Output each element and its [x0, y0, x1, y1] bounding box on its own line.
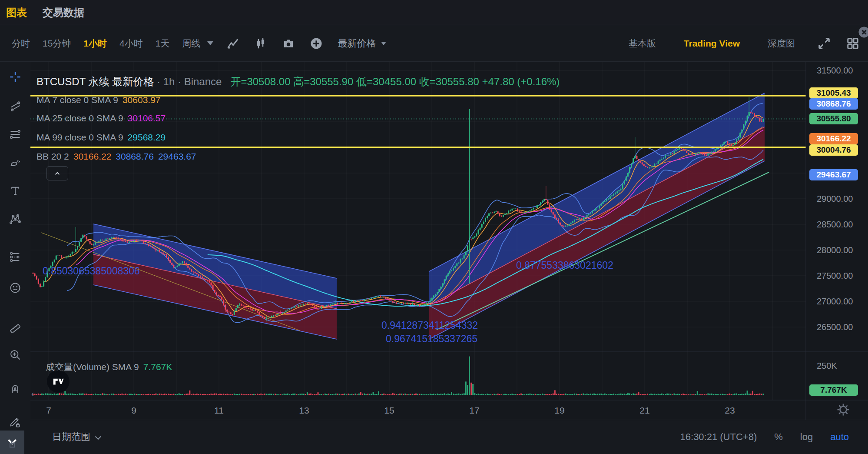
price-badge: 30555.80 — [809, 113, 858, 124]
indicator-label: MA 25 close 0 SMA 9 — [36, 113, 123, 123]
indicator-label: MA 99 close 0 SMA 9 — [36, 132, 123, 142]
indicator-row[interactable]: MA 7 close 0 SMA 930603.97 — [36, 95, 161, 105]
price-badge: 30166.22 — [809, 133, 858, 144]
indicator-label: MA 7 close 0 SMA 9 — [36, 95, 118, 105]
indicator-row[interactable]: MA 99 close 0 SMA 929568.29 — [36, 132, 166, 143]
tradingview-logo[interactable] — [47, 370, 70, 393]
time-axis-label: 11 — [214, 405, 224, 416]
forecast-icon[interactable] — [9, 251, 21, 263]
view-tab-basic[interactable]: 基本版 — [629, 37, 656, 50]
price-badge: 29463.67 — [809, 169, 858, 180]
price-axis-label: 28000.00 — [817, 245, 853, 255]
symbol-header: BTCUSDT 永续 最新价格 · 1h · Binance 开=30508.0… — [36, 75, 560, 89]
trading-app: 图表 交易数据 分时 15分钟 1小时 4小时 1天 周线 — [0, 0, 868, 454]
price-axis-label: 31500.00 — [817, 66, 853, 76]
collapse-indicators-button[interactable] — [46, 166, 68, 180]
chevron-down-icon — [95, 434, 101, 440]
view-tab-tradingview[interactable]: Trading View — [684, 38, 740, 49]
collapse-volume-arrow[interactable]: ‹ — [31, 389, 34, 399]
time-axis-label: 15 — [384, 405, 394, 416]
price-axis-label: 28500.00 — [817, 220, 853, 230]
indicator-value: 30106.57 — [128, 113, 166, 123]
log-scale-toggle[interactable]: log — [800, 431, 813, 443]
interval-1d[interactable]: 1天 — [156, 37, 170, 50]
time-axis-label: 21 — [639, 405, 649, 416]
indicator-value: 30868.76 — [116, 151, 154, 161]
grid-layout-icon[interactable] — [846, 37, 859, 50]
price-mode-selector[interactable]: 最新价格 — [338, 37, 376, 50]
fullscreen-icon[interactable] — [818, 37, 831, 50]
interval-dropdown-caret-icon[interactable] — [207, 41, 213, 45]
fib-value-annotation: 0.967415185337265 — [386, 333, 477, 345]
volume-sma-value: 7.767K — [143, 362, 172, 372]
fib-value-annotation: 0.9412873411254332 — [381, 320, 478, 331]
price-axis-label: 26500.00 — [817, 322, 853, 332]
date-range-selector[interactable]: 日期范围 — [52, 431, 99, 444]
toolbar-right-group: 基本版 Trading View 深度图 — [601, 37, 868, 50]
auto-scale-toggle[interactable]: auto — [830, 431, 849, 443]
interval-1w[interactable]: 周线 — [182, 37, 200, 50]
plus-circle-icon[interactable] — [310, 37, 323, 50]
price-badge: 30004.76 — [809, 144, 858, 156]
close-panel-icon[interactable] — [858, 26, 868, 39]
time-axis-label: 19 — [554, 405, 564, 416]
ohlc-values: 开=30508.00 高=30555.90 低=30455.00 收=30555… — [230, 76, 560, 87]
zoom-in-icon[interactable] — [9, 349, 21, 361]
tab-chart[interactable]: 图表 — [6, 6, 27, 20]
interval-4h[interactable]: 4小时 — [119, 37, 143, 50]
draw-lock-icon[interactable] — [9, 415, 21, 427]
indicator-value: 29463.67 — [158, 151, 196, 161]
indicator-row[interactable]: MA 25 close 0 SMA 930106.57 — [36, 113, 166, 124]
xabcd-pattern-icon[interactable] — [9, 213, 21, 225]
price-badge: 31005.43 — [809, 87, 858, 99]
volume-badge: 7.767K — [809, 384, 858, 396]
candlestick-icon[interactable] — [254, 37, 267, 50]
toolbar-left-group: 分时 15分钟 1小时 4小时 1天 周线 — [0, 37, 386, 50]
ruler-icon[interactable] — [9, 320, 21, 333]
price-axis-label: 27000.00 — [817, 297, 853, 307]
indicator-label: BB 20 2 — [36, 151, 69, 161]
top-tab-bar: 图表 交易数据 — [0, 0, 868, 25]
time-axis-label: 7 — [46, 405, 51, 416]
fib-value-annotation: 0.8503065385008306 — [43, 265, 140, 277]
line-chart-icon[interactable] — [226, 37, 239, 50]
hide-drawing-toolbar-button[interactable] — [0, 431, 24, 454]
tv-logo-glyph — [52, 375, 65, 388]
tab-trading-data[interactable]: 交易数据 — [43, 6, 84, 20]
chart-toolbar: 分时 15分钟 1小时 4小时 1天 周线 — [0, 25, 868, 62]
magnet-icon[interactable] — [9, 383, 21, 395]
time-axis-label: 9 — [131, 405, 136, 416]
emoji-icon[interactable] — [9, 282, 21, 294]
indicator-value: 30603.97 — [123, 95, 161, 105]
indicator-row[interactable]: BB 20 230166.2230868.7629463.67 — [36, 151, 196, 162]
interval-minute[interactable]: 分时 — [12, 37, 30, 50]
price-axis-label: 27500.00 — [817, 271, 853, 281]
bottom-bar-right: 16:30:21 (UTC+8) % log auto — [680, 431, 849, 443]
axis-settings-gear-icon[interactable] — [835, 402, 851, 417]
fib-value-annotation: 0.8775533863021602 — [516, 260, 613, 271]
volume-axis-label: 250K — [817, 361, 837, 371]
time-axis-label: 13 — [299, 405, 309, 416]
brush-icon[interactable] — [9, 157, 21, 169]
text-tool-icon[interactable] — [9, 185, 21, 197]
indicator-value: 30166.22 — [73, 151, 112, 161]
time-axis-label: 23 — [725, 405, 735, 416]
symbol-name: BTCUSDT 永续 最新价格 — [36, 76, 154, 87]
interval-1h[interactable]: 1小时 — [83, 37, 107, 50]
price-mode-caret-icon[interactable] — [381, 42, 386, 45]
chart-pane[interactable]: BTCUSDT 永续 最新价格 · 1h · Binance 开=30508.0… — [30, 62, 868, 454]
horizontal-lines-icon[interactable] — [9, 128, 21, 140]
trend-channel-icon[interactable] — [9, 100, 21, 112]
clock-display[interactable]: 16:30:21 (UTC+8) — [680, 431, 757, 443]
interval-15m[interactable]: 15分钟 — [43, 37, 71, 50]
chart-bottom-bar: 日期范围 16:30:21 (UTC+8) % log auto — [30, 420, 868, 454]
crosshair-icon[interactable] — [9, 71, 21, 83]
chevron-up-icon — [53, 170, 61, 177]
price-axis-label: 29000.00 — [817, 194, 853, 204]
view-tab-depth[interactable]: 深度图 — [768, 37, 795, 50]
camera-icon[interactable] — [282, 37, 295, 50]
time-axis-label: 17 — [469, 405, 479, 416]
percent-scale-toggle[interactable]: % — [774, 431, 783, 443]
price-badge: 30868.76 — [809, 98, 858, 110]
indicator-value: 29568.29 — [128, 132, 166, 142]
